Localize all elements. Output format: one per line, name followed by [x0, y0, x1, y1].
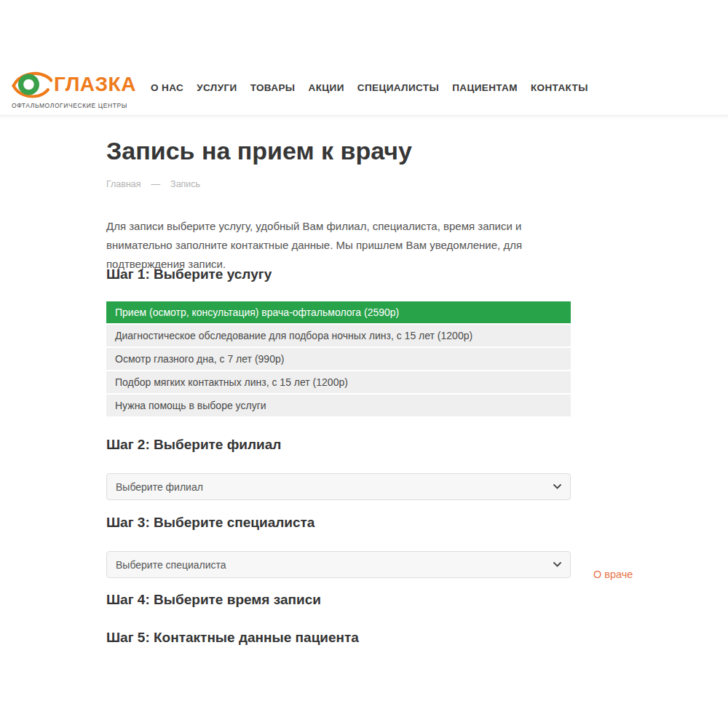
step3-heading: Шаг 3: Выберите специалиста	[106, 515, 314, 531]
service-option-selected[interactable]: Прием (осмотр, консультация) врача-офтал…	[106, 301, 571, 323]
breadcrumb: Главная — Запись	[106, 179, 200, 189]
breadcrumb-home[interactable]: Главная	[106, 179, 141, 189]
branch-select[interactable]: Выберите филиал	[106, 473, 571, 500]
intro-text: Для записи выберите услугу, удобный Вам …	[106, 217, 572, 274]
step2-heading: Шаг 2: Выберите филиал	[106, 437, 281, 453]
site-header: ГЛАЗКА ОФТАЛЬМОЛОГИЧЕСКИЕ ЦЕНТРЫ О НАС У…	[0, 0, 728, 116]
doctor-info-link[interactable]: О враче	[593, 569, 633, 580]
specialist-select[interactable]: Выберите специалиста	[106, 551, 571, 578]
nav-item-products[interactable]: ТОВАРЫ	[250, 82, 296, 93]
nav-item-promotions[interactable]: АКЦИИ	[308, 82, 344, 93]
main-nav: О НАС УСЛУГИ ТОВАРЫ АКЦИИ СПЕЦИАЛИСТЫ ПА…	[151, 82, 588, 93]
brand-name: ГЛАЗКА	[54, 74, 136, 95]
breadcrumb-current: Запись	[170, 179, 200, 189]
breadcrumb-separator: —	[151, 179, 161, 189]
step5-heading: Шаг 5: Контактные данные пациента	[106, 630, 359, 646]
service-option[interactable]: Диагностическое обследование для подбора…	[106, 325, 571, 347]
service-option[interactable]: Нужна помощь в выборе услуги	[106, 395, 571, 416]
branch-select-value: Выберите филиал	[116, 481, 203, 493]
step1-heading: Шаг 1: Выберите услугу	[106, 266, 272, 282]
nav-item-contacts[interactable]: КОНТАКТЫ	[531, 82, 588, 93]
nav-item-services[interactable]: УСЛУГИ	[197, 82, 237, 93]
step4-heading: Шаг 4: Выберите время записи	[106, 592, 321, 608]
service-list: Прием (осмотр, консультация) врача-офтал…	[106, 301, 571, 418]
brand-tagline: ОФТАЛЬМОЛОГИЧЕСКИЕ ЦЕНТРЫ	[12, 102, 136, 109]
nav-item-specialists[interactable]: СПЕЦИАЛИСТЫ	[357, 82, 439, 93]
page-title: Запись на прием к врачу	[106, 137, 412, 165]
specialist-select-value: Выберите специалиста	[116, 559, 226, 571]
chevron-down-icon	[553, 562, 561, 567]
chevron-down-icon	[553, 484, 561, 489]
nav-item-about[interactable]: О НАС	[151, 82, 183, 93]
service-option[interactable]: Осмотр глазного дна, с 7 лет (990р)	[106, 348, 571, 370]
logo[interactable]: ГЛАЗКА ОФТАЛЬМОЛОГИЧЕСКИЕ ЦЕНТРЫ	[12, 70, 136, 109]
nav-item-patients[interactable]: ПАЦИЕНТАМ	[452, 82, 518, 93]
service-option[interactable]: Подбор мягких контактных линз, с 15 лет …	[106, 371, 571, 393]
page: ГЛАЗКА ОФТАЛЬМОЛОГИЧЕСКИЕ ЦЕНТРЫ О НАС У…	[0, 0, 728, 728]
eye-logo-icon	[12, 70, 52, 99]
